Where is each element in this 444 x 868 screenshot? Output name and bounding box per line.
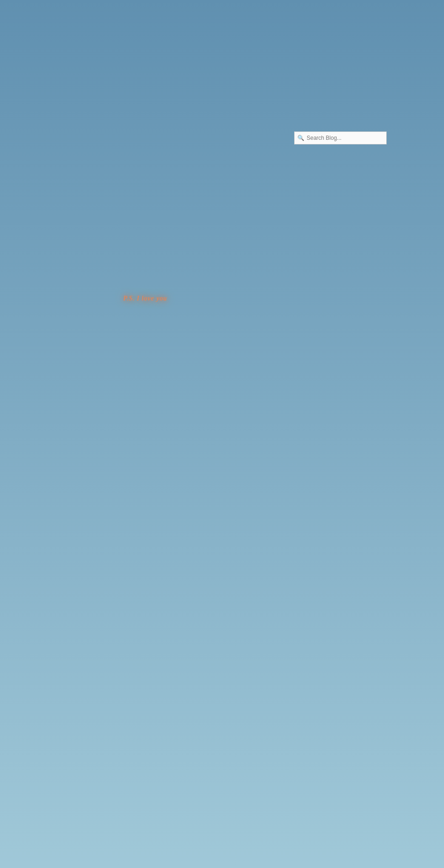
img4-svg	[11, 604, 279, 650]
img1-neon-text: P.S. I love you	[123, 295, 167, 302]
article-image-4	[11, 604, 279, 650]
article-image-4-block	[11, 604, 279, 650]
sidebar-search-area[interactable]: 🔍	[294, 131, 387, 144]
sidebar-search-icon: 🔍	[297, 135, 304, 142]
sidebar-search-input[interactable]	[294, 131, 387, 144]
svg-rect-53	[11, 604, 279, 650]
article: HAUNTING NEON ART BY JUNG LEE Posted on …	[11, 111, 279, 652]
main-content: HAUNTING NEON ART BY JUNG LEE Posted on …	[0, 100, 444, 652]
